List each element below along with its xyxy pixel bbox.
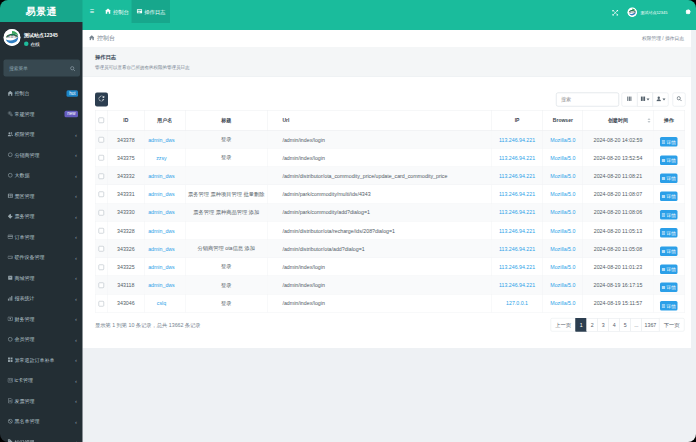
svg-text:易景通: 易景通 [6,34,18,39]
